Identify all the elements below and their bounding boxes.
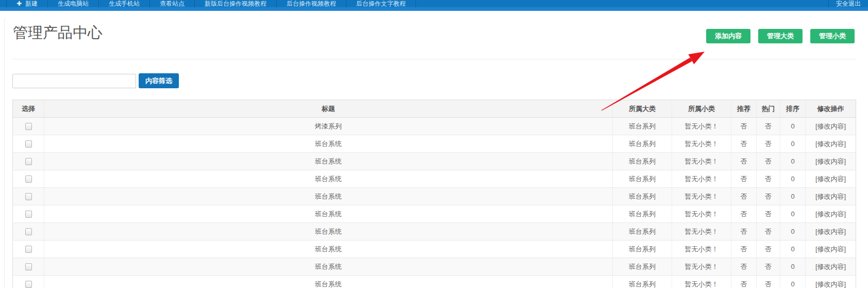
cell-minor-category: 暂无小类！	[672, 205, 731, 223]
edit-content-link[interactable]: [修改内容]	[806, 153, 856, 170]
row-checkbox[interactable]	[25, 263, 32, 270]
cell-minor-category: 暂无小类！	[672, 276, 731, 288]
cell-title: 班台系统	[44, 135, 613, 153]
cell-major-category: 班台系列	[613, 188, 672, 205]
cell-recommend: 否	[731, 241, 757, 258]
cell-hot: 否	[757, 241, 780, 258]
cell-title: 班台系统	[44, 188, 613, 205]
edit-content-link[interactable]: [修改内容]	[806, 118, 856, 135]
product-table: 选择标题所属大类所属小类推荐热门排序修改操作 烤漆系列班台系列暂无小类！否否0[…	[12, 100, 856, 288]
cell-sort: 0	[780, 170, 806, 188]
table-row: 班台系统班台系列暂无小类！否否0[修改内容]	[13, 170, 856, 188]
cell-minor-category: 暂无小类！	[672, 241, 731, 258]
nav-item-new[interactable]: ✚新建	[6, 0, 48, 7]
cell-hot: 否	[757, 205, 780, 223]
row-checkbox[interactable]	[25, 175, 32, 183]
manage-major-category-button[interactable]: 管理大类	[758, 29, 803, 43]
cell-sort: 0	[780, 118, 806, 135]
nav-item-admin-text-tutorial[interactable]: 后台操作文字教程	[346, 0, 416, 7]
cell-recommend: 否	[731, 276, 757, 288]
row-checkbox[interactable]	[25, 140, 32, 148]
col-header-recommend: 推荐	[731, 100, 757, 118]
add-content-button[interactable]: 添加内容	[706, 29, 750, 43]
top-navbar: ✚新建生成电脑站生成手机站查看站点新版后台操作视频教程后台操作视频教程后台操作文…	[0, 0, 868, 11]
edit-content-link[interactable]: [修改内容]	[806, 135, 856, 153]
edit-content-link[interactable]: [修改内容]	[806, 170, 856, 188]
cell-minor-category: 暂无小类！	[672, 135, 731, 153]
edit-content-link[interactable]: [修改内容]	[806, 241, 856, 258]
table-row: 班台系统班台系列暂无小类！否否0[修改内容]	[13, 223, 856, 241]
cell-major-category: 班台系列	[613, 205, 672, 223]
row-checkbox[interactable]	[25, 158, 32, 165]
cell-hot: 否	[757, 223, 780, 241]
filter-input[interactable]	[12, 74, 136, 88]
cell-select	[13, 223, 44, 241]
cell-title: 班台系统	[44, 276, 613, 288]
col-header-minor-category: 所属小类	[672, 100, 731, 118]
cell-sort: 0	[780, 153, 806, 170]
cell-minor-category: 暂无小类！	[672, 153, 731, 170]
table-row: 烤漆系列班台系列暂无小类！否否0[修改内容]	[13, 118, 856, 135]
cell-sort: 0	[780, 135, 806, 153]
table-row: 班台系统班台系列暂无小类！否否0[修改内容]	[13, 258, 856, 276]
cell-major-category: 班台系列	[613, 135, 672, 153]
row-checkbox[interactable]	[25, 246, 32, 253]
col-header-select: 选择	[13, 100, 44, 118]
page-edge-line	[4, 19, 5, 288]
cell-minor-category: 暂无小类！	[672, 188, 731, 205]
cell-minor-category: 暂无小类！	[672, 258, 731, 276]
cell-title: 班台系统	[44, 258, 613, 276]
cell-select	[13, 241, 44, 258]
nav-item-generate-mobile-site[interactable]: 生成手机站	[99, 0, 150, 7]
edit-content-link[interactable]: [修改内容]	[806, 223, 856, 241]
cell-hot: 否	[757, 258, 780, 276]
nav-item-label: 查看站点	[160, 0, 185, 8]
edit-content-link[interactable]: [修改内容]	[806, 188, 856, 205]
table-row: 班台系统班台系列暂无小类！否否0[修改内容]	[13, 188, 856, 205]
cell-recommend: 否	[731, 223, 757, 241]
nav-item-admin-video-tutorial[interactable]: 后台操作视频教程	[277, 0, 346, 7]
plus-icon: ✚	[16, 0, 22, 7]
nav-item-label: 生成电脑站	[58, 0, 89, 8]
title-divider	[12, 59, 856, 59]
nav-item-view-site[interactable]: 查看站点	[150, 0, 195, 7]
cell-hot: 否	[757, 153, 780, 170]
cell-title: 烤漆系列	[44, 118, 613, 135]
cell-sort: 0	[780, 223, 806, 241]
edit-content-link[interactable]: [修改内容]	[806, 205, 856, 223]
col-header-edit-actions: 修改操作	[806, 100, 856, 118]
cell-select	[13, 135, 44, 153]
logout-button[interactable]: 安全退出	[828, 0, 868, 7]
nav-item-label: 新版后台操作视频教程	[205, 0, 266, 8]
row-checkbox[interactable]	[25, 123, 32, 130]
cell-recommend: 否	[731, 188, 757, 205]
row-checkbox[interactable]	[25, 211, 32, 218]
cell-select	[13, 153, 44, 170]
nav-item-generate-pc-site[interactable]: 生成电脑站	[48, 0, 99, 7]
edit-content-link[interactable]: [修改内容]	[806, 258, 856, 276]
nav-item-label: 后台操作文字教程	[356, 0, 406, 8]
cell-recommend: 否	[731, 153, 757, 170]
manage-minor-category-button[interactable]: 管理小类	[810, 29, 855, 43]
cell-title: 班台系统	[44, 241, 613, 258]
cell-sort: 0	[780, 241, 806, 258]
cell-sort: 0	[780, 276, 806, 288]
action-buttons: 添加内容 管理大类 管理小类	[706, 29, 855, 43]
table-header-row: 选择标题所属大类所属小类推荐热门排序修改操作	[13, 100, 856, 118]
row-checkbox[interactable]	[25, 193, 32, 200]
col-header-title: 标题	[44, 100, 613, 118]
cell-recommend: 否	[731, 118, 757, 135]
cell-sort: 0	[780, 205, 806, 223]
cell-recommend: 否	[731, 135, 757, 153]
row-checkbox[interactable]	[25, 281, 32, 288]
table-row: 班台系统班台系列暂无小类！否否0[修改内容]	[13, 135, 856, 153]
edit-content-link[interactable]: [修改内容]	[806, 276, 856, 288]
cell-recommend: 否	[731, 258, 757, 276]
filter-button[interactable]: 内容筛选	[139, 73, 179, 88]
cell-minor-category: 暂无小类！	[672, 223, 731, 241]
cell-select	[13, 118, 44, 135]
cell-sort: 0	[780, 188, 806, 205]
row-checkbox[interactable]	[25, 228, 32, 235]
cell-major-category: 班台系列	[613, 258, 672, 276]
nav-item-new-admin-video-tutorial[interactable]: 新版后台操作视频教程	[195, 0, 277, 7]
